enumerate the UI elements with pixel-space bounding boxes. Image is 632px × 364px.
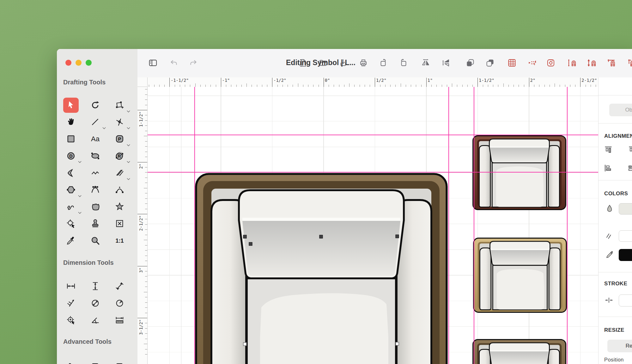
tool-transform[interactable] <box>107 97 132 114</box>
chevron-down-icon <box>127 177 130 180</box>
grid-button[interactable] <box>507 58 517 68</box>
tool-circle-radius[interactable]: R <box>107 148 132 165</box>
guide-vertical[interactable] <box>194 87 195 364</box>
close-window-button[interactable] <box>65 60 71 66</box>
tool-arrow-polygon[interactable] <box>59 164 83 181</box>
tool-dim-angle[interactable] <box>83 312 107 329</box>
tool-perpendicular-line[interactable] <box>107 114 132 131</box>
armchair-mahogany[interactable] <box>472 135 566 210</box>
stroke-width-field[interactable] <box>619 294 632 306</box>
p-strokew-icon <box>604 295 614 305</box>
tool-double-line[interactable] <box>107 164 132 181</box>
tb-flip-horizontal-icon <box>421 58 430 68</box>
tool-adv-2[interactable] <box>83 359 107 364</box>
selection-handle[interactable] <box>396 342 399 346</box>
tool-dim-radius[interactable] <box>107 295 132 312</box>
stroke-width-icon <box>604 295 614 305</box>
tool-measure[interactable] <box>107 312 132 329</box>
tool-rectangle[interactable] <box>59 130 83 148</box>
tool-adv-3[interactable] <box>107 359 132 364</box>
tool-scale-1-1[interactable]: 1:1 <box>107 232 132 249</box>
object-info-button[interactable]: Object <box>609 104 632 116</box>
chevron-down-icon <box>78 211 82 214</box>
guide-horizontal[interactable] <box>148 135 598 135</box>
tool-snap-point[interactable] <box>59 215 83 232</box>
snap-more-button[interactable] <box>627 58 632 68</box>
selection-handle[interactable] <box>319 235 323 239</box>
dim-angled-icon <box>66 298 76 308</box>
minimize-window-button[interactable] <box>76 60 82 66</box>
armchair-large[interactable] <box>195 173 448 364</box>
tool-pan-hand[interactable] <box>59 114 83 131</box>
tb-snap-edge-icon <box>606 58 616 68</box>
tool-dim-vertical[interactable] <box>83 278 107 295</box>
horizontal-ruler[interactable]: -1-1/2"-1"-1/2"0"1/2"1"1-1/2"2"2-1/2" <box>148 77 598 87</box>
snap-x-button[interactable] <box>567 58 576 68</box>
guide-horizontal[interactable] <box>148 172 598 173</box>
freehand-icon <box>66 202 76 212</box>
tb-undo-icon <box>169 58 179 68</box>
tool-line[interactable] <box>83 114 107 131</box>
guides-button[interactable] <box>528 58 537 68</box>
tool-ellipse[interactable] <box>83 148 107 165</box>
selection-handle[interactable] <box>396 235 399 238</box>
undo-button[interactable] <box>169 58 179 68</box>
fill-color-swatch[interactable] <box>619 203 632 215</box>
align-left-button[interactable] <box>604 163 613 173</box>
tool-dim-diameter[interactable] <box>83 295 107 312</box>
tool-sidebar: Drafting Tools AaPDR1:1 Dimension Tools … <box>57 49 138 364</box>
snap-object-button[interactable] <box>546 58 556 68</box>
redo-button[interactable] <box>188 58 198 68</box>
snap-edge-button[interactable] <box>606 58 616 68</box>
flip-horizontal-button[interactable] <box>421 58 430 68</box>
drawing-canvas[interactable] <box>148 87 598 364</box>
tool-eyedropper[interactable] <box>59 232 83 249</box>
tool-polyline[interactable] <box>83 164 107 181</box>
duplicate-front-button[interactable] <box>465 58 475 68</box>
align-middle-button[interactable] <box>628 145 632 155</box>
tool-text[interactable]: Aa <box>83 130 107 148</box>
flip-vertical-button[interactable] <box>441 58 451 68</box>
tool-spline[interactable] <box>83 181 107 198</box>
align-top-button[interactable] <box>604 145 613 155</box>
selection-handle[interactable] <box>243 235 247 239</box>
tool-stamp[interactable] <box>83 215 107 232</box>
tool-polygon[interactable] <box>59 181 83 198</box>
tool-select[interactable] <box>63 98 79 113</box>
rotate-right-button[interactable] <box>398 58 408 68</box>
tool-dim-aligned[interactable] <box>107 278 132 295</box>
tool-dim-horizontal[interactable] <box>59 278 83 295</box>
pen-color-swatch[interactable] <box>619 249 632 261</box>
rotate-left-button[interactable] <box>379 58 388 68</box>
zoom-window-button[interactable] <box>86 60 92 66</box>
adv-2-icon <box>90 363 100 364</box>
tool-dim-ordinate[interactable] <box>59 312 83 329</box>
tool-blob[interactable] <box>83 198 107 215</box>
tool-circle-diameter[interactable]: D <box>59 148 83 165</box>
tool-parallelogram[interactable]: P <box>107 130 132 148</box>
tool-zoom[interactable] <box>83 232 107 249</box>
armchair-tan[interactable] <box>473 238 567 313</box>
toggle-sidebar-button[interactable] <box>148 58 158 68</box>
tool-rotate[interactable] <box>83 97 107 114</box>
hatch-swatch[interactable] <box>619 230 632 242</box>
tool-freehand[interactable] <box>59 198 83 215</box>
guide-vertical[interactable] <box>474 87 474 364</box>
selection-handle[interactable] <box>243 343 247 346</box>
tool-star[interactable] <box>107 198 132 215</box>
print-button[interactable] <box>359 58 368 68</box>
guide-vertical[interactable] <box>448 87 449 364</box>
tool-delete-box[interactable] <box>107 215 132 232</box>
polygon-icon <box>66 185 76 195</box>
distribute-button[interactable] <box>628 163 632 173</box>
vertical-ruler[interactable]: 1-1/2"2"2-1/2"3"3-1/2" <box>137 87 148 364</box>
reset-button[interactable]: Reset <box>607 340 632 352</box>
selection-handle[interactable] <box>249 242 252 246</box>
tool-arc[interactable] <box>107 181 132 198</box>
snap-y-button[interactable] <box>586 58 596 68</box>
guide-vertical[interactable] <box>567 87 568 364</box>
tool-dim-angled[interactable] <box>59 295 83 312</box>
duplicate-back-button[interactable] <box>485 58 495 68</box>
tool-adv-1[interactable] <box>59 359 83 364</box>
armchair-brown[interactable] <box>472 339 566 364</box>
